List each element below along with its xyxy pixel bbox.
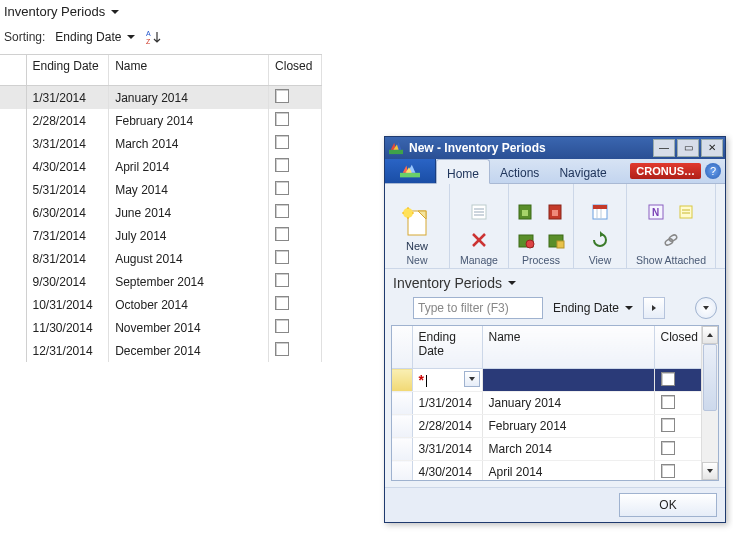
- checkbox-icon[interactable]: [661, 418, 675, 432]
- mcol-closed[interactable]: Closed: [654, 326, 702, 369]
- cell-closed[interactable]: [269, 155, 322, 178]
- table-row[interactable]: 3/31/2014March 2014: [392, 438, 718, 461]
- cell-closed[interactable]: [654, 438, 702, 461]
- cell-name[interactable]: March 2014: [482, 438, 654, 461]
- tab-home[interactable]: Home: [436, 159, 490, 184]
- cell-ending-date[interactable]: *: [412, 369, 482, 392]
- cell-closed[interactable]: [654, 392, 702, 415]
- table-row[interactable]: 4/30/2014April 2014: [392, 461, 718, 482]
- table-row[interactable]: 9/30/2014September 2014: [0, 270, 322, 293]
- cell-ending-date[interactable]: 7/31/2014: [26, 224, 109, 247]
- cell-closed[interactable]: [269, 109, 322, 132]
- row-handle[interactable]: [0, 247, 26, 270]
- edit-list-button[interactable]: [466, 200, 492, 224]
- row-handle[interactable]: [0, 132, 26, 155]
- cell-name[interactable]: April 2014: [482, 461, 654, 482]
- filter-input[interactable]: Type to filter (F3): [413, 297, 543, 319]
- cell-ending-date[interactable]: 9/30/2014: [26, 270, 109, 293]
- table-row[interactable]: 3/31/2014March 2014: [0, 132, 322, 155]
- panel-title[interactable]: Inventory Periods: [4, 4, 119, 19]
- row-handle[interactable]: [0, 86, 26, 110]
- checkbox-icon[interactable]: [661, 441, 675, 455]
- checkbox-icon[interactable]: [661, 395, 675, 409]
- table-row[interactable]: 1/31/2014January 2014: [392, 392, 718, 415]
- row-handle[interactable]: [0, 270, 26, 293]
- checkbox-icon[interactable]: [275, 112, 289, 126]
- checkbox-icon[interactable]: [275, 273, 289, 287]
- sorting-field[interactable]: Ending Date: [55, 30, 135, 44]
- row-handle[interactable]: [392, 461, 412, 482]
- row-handle[interactable]: [0, 316, 26, 339]
- cell-name[interactable]: August 2014: [109, 247, 269, 270]
- cell-name[interactable]: May 2014: [109, 178, 269, 201]
- adjust-cost-button[interactable]: [513, 228, 539, 252]
- checkbox-icon[interactable]: [275, 158, 289, 172]
- cell-closed[interactable]: [269, 86, 322, 110]
- table-row[interactable]: *: [392, 369, 718, 392]
- periods-grid[interactable]: Ending Date Name Closed 1/31/2014January…: [0, 54, 322, 362]
- scroll-thumb[interactable]: [703, 344, 717, 411]
- window-titlebar[interactable]: New - Inventory Periods — ▭ ✕: [385, 137, 725, 159]
- cell-closed[interactable]: [269, 247, 322, 270]
- checkbox-icon[interactable]: [275, 250, 289, 264]
- row-handle[interactable]: [0, 109, 26, 132]
- row-handle[interactable]: [392, 415, 412, 438]
- maximize-button[interactable]: ▭: [677, 139, 699, 157]
- accounting-periods-button[interactable]: [587, 200, 613, 224]
- cell-ending-date[interactable]: 1/31/2014: [412, 392, 482, 415]
- col-ending-date[interactable]: Ending Date: [26, 55, 109, 86]
- table-row[interactable]: 1/31/2014January 2014: [0, 86, 322, 110]
- cell-closed[interactable]: [269, 339, 322, 362]
- scroll-up-button[interactable]: [702, 326, 718, 344]
- cell-closed[interactable]: [269, 178, 322, 201]
- cell-ending-date[interactable]: 1/31/2014: [26, 86, 109, 110]
- expand-filter-button[interactable]: [695, 297, 717, 319]
- cell-ending-date[interactable]: 4/30/2014: [26, 155, 109, 178]
- help-button[interactable]: ?: [705, 163, 721, 179]
- checkbox-icon[interactable]: [275, 204, 289, 218]
- vertical-scrollbar[interactable]: [701, 326, 718, 480]
- table-row[interactable]: 6/30/2014June 2014: [0, 201, 322, 224]
- cell-closed[interactable]: [269, 132, 322, 155]
- sort-ascending-button[interactable]: A Z: [145, 28, 163, 46]
- cell-closed[interactable]: [654, 461, 702, 482]
- row-handle[interactable]: [0, 224, 26, 247]
- cell-name[interactable]: April 2014: [109, 155, 269, 178]
- filter-field-dropdown[interactable]: Ending Date: [549, 299, 637, 317]
- new-button[interactable]: New: [401, 202, 433, 252]
- cell-ending-date[interactable]: 2/28/2014: [412, 415, 482, 438]
- cell-ending-date[interactable]: 8/31/2014: [26, 247, 109, 270]
- close-button[interactable]: ✕: [701, 139, 723, 157]
- table-row[interactable]: 2/28/2014February 2014: [0, 109, 322, 132]
- cell-name[interactable]: March 2014: [109, 132, 269, 155]
- checkbox-icon[interactable]: [275, 296, 289, 310]
- table-row[interactable]: 12/31/2014December 2014: [0, 339, 322, 362]
- refresh-button[interactable]: [587, 228, 613, 252]
- cell-closed[interactable]: [269, 224, 322, 247]
- table-row[interactable]: 4/30/2014April 2014: [0, 155, 322, 178]
- cell-name[interactable]: January 2014: [482, 392, 654, 415]
- section-title[interactable]: Inventory Periods: [385, 269, 725, 293]
- checkbox-icon[interactable]: [275, 227, 289, 241]
- table-row[interactable]: 7/31/2014July 2014: [0, 224, 322, 247]
- tab-navigate[interactable]: Navigate: [549, 159, 616, 183]
- cell-ending-date[interactable]: 11/30/2014: [26, 316, 109, 339]
- col-name[interactable]: Name: [109, 55, 269, 86]
- table-row[interactable]: 8/31/2014August 2014: [0, 247, 322, 270]
- tab-actions[interactable]: Actions: [490, 159, 549, 183]
- date-dropdown-button[interactable]: [464, 371, 480, 387]
- cell-name[interactable]: February 2014: [109, 109, 269, 132]
- go-button[interactable]: [643, 297, 665, 319]
- cell-name[interactable]: January 2014: [109, 86, 269, 110]
- row-handle[interactable]: [392, 369, 412, 392]
- row-handle[interactable]: [0, 201, 26, 224]
- cell-closed[interactable]: [269, 270, 322, 293]
- modal-grid[interactable]: Ending Date Name Closed *1/31/2014Januar…: [391, 325, 719, 481]
- cell-closed[interactable]: [654, 415, 702, 438]
- table-row[interactable]: 5/31/2014May 2014: [0, 178, 322, 201]
- cell-ending-date[interactable]: 5/31/2014: [26, 178, 109, 201]
- cell-ending-date[interactable]: 3/31/2014: [412, 438, 482, 461]
- cell-name[interactable]: October 2014: [109, 293, 269, 316]
- cell-ending-date[interactable]: 3/31/2014: [26, 132, 109, 155]
- reopen-period-button[interactable]: [543, 200, 569, 224]
